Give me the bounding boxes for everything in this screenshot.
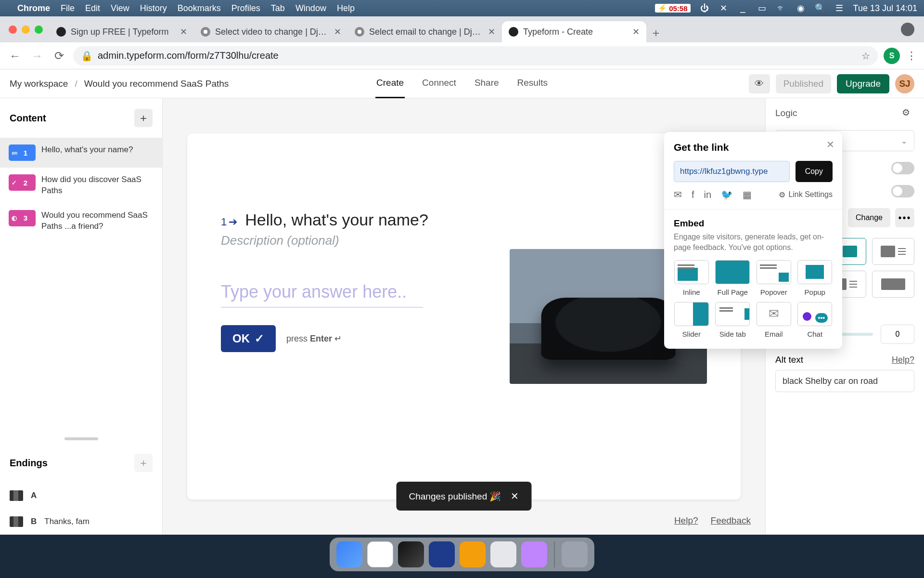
menu-view[interactable]: View [111,3,129,13]
question-item[interactable]: ≔1 Hello, what's your name? [0,138,162,168]
menubar-clock[interactable]: Tue 13 Jul 14:01 [853,3,917,13]
help-link[interactable]: Help? [674,515,698,526]
breadcrumb-workspace[interactable]: My workspace [10,79,68,89]
dock-app-generic[interactable] [521,541,547,567]
nav-forward-button[interactable]: → [29,49,45,63]
new-tab-button[interactable]: ＋ [646,23,666,42]
menu-file[interactable]: File [61,3,75,13]
layout-option[interactable] [872,238,914,265]
dock-trash[interactable] [562,541,588,567]
feedback-link[interactable]: Feedback [711,515,751,526]
ending-item[interactable]: B Thanks, fam [0,509,162,535]
add-ending-button[interactable]: ＋ [134,454,153,472]
settings-tab-logic[interactable]: Logic [775,108,797,118]
toast-close-icon[interactable]: ✕ [511,490,519,502]
menu-history[interactable]: History [140,3,167,13]
tab-create[interactable]: Create [375,69,405,98]
more-button[interactable]: ••• [895,208,914,227]
embed-option-chat[interactable]: Chat [797,302,833,338]
siri-icon[interactable]: ☰ [834,3,845,13]
chrome-menu-button[interactable]: ⋮ [906,50,917,62]
gear-icon[interactable]: ⚙ [902,107,914,119]
menu-bookmarks[interactable]: Bookmarks [178,3,221,13]
nav-reload-button[interactable]: ⟳ [51,49,67,63]
menubar-app-name[interactable]: Chrome [17,3,50,13]
dock-app-1password[interactable] [429,541,455,567]
app-header: My workspace / Would you recommend SaaS … [0,69,924,98]
bookmark-star-icon[interactable]: ☆ [861,50,870,62]
embed-option-popover[interactable]: Popover [756,260,792,296]
brightness-value[interactable]: 0 [881,325,914,344]
embed-option-fullpage[interactable]: Full Page [715,260,751,296]
control-center-icon[interactable]: ◉ [796,3,806,13]
chrome-profile-avatar[interactable]: S [884,48,900,64]
layout-option[interactable] [872,271,914,298]
tab-results[interactable]: Results [516,69,549,98]
battery-indicator[interactable]: ⚡05:58 [655,4,690,13]
answer-input[interactable]: Type your answer here.. [221,282,423,308]
dock-app-finder[interactable] [336,541,362,567]
embed-option-popup[interactable]: Popup [797,260,833,296]
statusbar-icon-1[interactable]: ⏻ [699,3,710,13]
tab-close-icon[interactable]: ✕ [488,26,495,37]
add-content-button[interactable]: ＋ [134,109,153,127]
dock-app-terminal[interactable] [398,541,424,567]
user-avatar[interactable]: SJ [895,74,914,93]
share-linkedin-icon[interactable]: in [704,189,712,200]
preview-button[interactable]: 👁 [749,74,770,93]
share-link-input[interactable]: https://lkfuz1gbwng.type [674,161,790,182]
spotlight-icon[interactable]: 🔍 [815,3,825,13]
settings-toggle-2[interactable] [891,185,914,197]
embed-option-slider[interactable]: Slider [674,302,709,338]
change-image-button[interactable]: Change [848,208,890,227]
question-title[interactable]: Hello, what's your name? [245,210,428,229]
dock-app-screenshot[interactable] [490,541,516,567]
profile-chip[interactable] [901,23,914,36]
alt-text-help-link[interactable]: Help? [892,355,914,365]
browser-tab[interactable]: Select email to change | Djang… ✕ [348,21,502,42]
menu-edit[interactable]: Edit [85,3,100,13]
question-item[interactable]: ✓2 How did you discover SaaS Paths [0,168,162,203]
dock-app-chrome[interactable] [367,541,393,567]
share-facebook-icon[interactable]: f [692,189,694,200]
ok-button[interactable]: OK✓ [221,325,276,352]
share-email-icon[interactable]: ✉ [674,189,682,200]
browser-tab-active[interactable]: Typeform - Create ✕ [502,21,646,42]
ending-item[interactable]: A [0,483,162,509]
popover-close-icon[interactable]: ✕ [826,139,834,150]
menu-window[interactable]: Window [295,3,326,13]
question-card[interactable]: 1➔ Hello, what's your name? Description … [187,133,741,499]
browser-tab[interactable]: Select video to change | Djang… ✕ [194,21,348,42]
embed-option-email[interactable]: ✉Email [756,302,792,338]
menu-tab[interactable]: Tab [271,3,285,13]
upgrade-button[interactable]: Upgrade [837,74,889,93]
embed-option-sidetab[interactable]: Side tab [715,302,751,338]
question-item[interactable]: ◐3 Would you recommend SaaS Paths ...a f… [0,203,162,239]
embed-option-inline[interactable]: Inline [674,260,709,296]
omnibox[interactable]: 🔒 admin.typeform.com/form/z7T30lhu/creat… [73,46,878,66]
published-button[interactable]: Published [776,74,831,93]
breadcrumb-form-name[interactable]: Would you recommend SaaS Paths [84,79,229,89]
wifi-icon[interactable]: ᯤ [776,3,787,13]
settings-toggle-1[interactable] [891,162,914,174]
panel-resize-handle[interactable] [64,437,98,440]
alt-text-input[interactable]: black Shelby car on road [775,370,914,392]
menu-profiles[interactable]: Profiles [231,3,260,13]
question-description[interactable]: Description (optional) [221,233,495,248]
nav-back-button[interactable]: ← [7,49,23,63]
tab-connect[interactable]: Connect [421,69,457,98]
menu-help[interactable]: Help [337,3,355,13]
link-settings-button[interactable]: ⚙Link Settings [779,190,833,199]
copy-button[interactable]: Copy [796,161,833,182]
browser-tab[interactable]: Sign up FREE | Typeform ✕ [50,21,194,42]
window-traffic-lights[interactable] [9,26,43,34]
statusbar-icon-3[interactable]: ⎯ [738,3,748,13]
tab-close-icon[interactable]: ✕ [180,26,187,37]
statusbar-icon-2[interactable]: ✕ [719,3,729,13]
dock-app-sublime[interactable] [460,541,486,567]
tab-close-icon[interactable]: ✕ [632,26,640,37]
tab-close-icon[interactable]: ✕ [334,26,341,37]
share-qr-icon[interactable]: ▦ [743,189,752,200]
battery-icon[interactable]: ▭ [757,3,768,13]
tab-share[interactable]: Share [474,69,500,98]
